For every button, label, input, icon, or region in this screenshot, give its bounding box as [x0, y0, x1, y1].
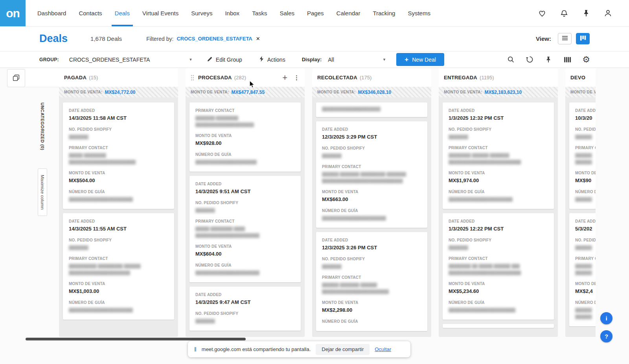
filtered-by-label: Filtered by: [146, 36, 173, 42]
nav-item-virtual-events[interactable]: Virtual Events [136, 0, 185, 26]
card-field: NO. PEDIDO SHOPIFY██████ [575, 127, 596, 140]
heart-icon[interactable] [537, 9, 546, 18]
column-header[interactable]: PROCESADA(282)+⋮ [186, 68, 305, 87]
field-label: PRIMARY CONTACT [69, 256, 168, 261]
new-deal-label: New Deal [412, 57, 436, 63]
search-icon[interactable] [506, 55, 515, 64]
columns-icon[interactable] [563, 55, 572, 64]
monto-label: MONTO DE VENTA: [317, 90, 355, 94]
screen-share-bar: ‖ meet.google.com está compartiendo tu p… [188, 341, 410, 357]
redacted-value: ████████ ██████ ███████ [449, 152, 548, 159]
redacted-value: █████████████████████ [195, 121, 295, 128]
column-count: (282) [234, 75, 246, 80]
field-value: MX$1,003.00 [69, 288, 168, 295]
card-field: NÚMERO DE GUÍA██████████████████████ [195, 152, 295, 165]
pin-icon[interactable] [544, 55, 553, 64]
deal-card[interactable]: DATE ADDED10/3/20NO. PEDIDO SHOPIFY█████… [569, 102, 596, 209]
field-label: NO. PEDIDO SHOPIFY [449, 127, 548, 132]
deal-card[interactable]: DATE ADDED1/3/2025 12:32 PM CSTNO. PEDID… [443, 102, 554, 209]
deal-card[interactable]: DATE ADDED14/3/2025 11:58 AM CSTNO. PEDI… [63, 102, 174, 209]
nav-item-tasks[interactable]: Tasks [246, 0, 273, 26]
column-total-row: MONTO DE VENTA:MX$24,772.00 [59, 87, 178, 97]
hide-share-bar-link[interactable]: Ocultar [375, 346, 391, 352]
uncategorized-label: UNCATEGORIZED (0) [40, 102, 45, 150]
redacted-value: ████████████████████████ [322, 288, 421, 295]
column-header[interactable]: RECOLECTADA(175) [312, 68, 431, 87]
redacted-value: ██████ [575, 269, 596, 276]
column-tools: +⋮ [282, 73, 300, 82]
pin-icon[interactable] [581, 9, 590, 18]
history-icon[interactable] [525, 55, 534, 64]
card-field: NÚMERO DE GUÍA███████████████████████ [449, 190, 548, 203]
deal-card[interactable]: DATE ADDED14/3/2025 11:55 AM CSTNO. PEDI… [63, 213, 174, 320]
column-list: PAGADA(15)MONTO DE VENTA:MX$24,772.00DAT… [59, 68, 596, 337]
field-value: MX$2,298.00 [322, 307, 421, 314]
maximize-column-button[interactable]: Maximize column [38, 168, 47, 216]
redacted-value: █████ ████████ ████ [195, 225, 295, 232]
field-value: MX$90 [575, 177, 596, 184]
monto-label: MONTO DE VENTA: [570, 90, 596, 94]
nav-item-inbox[interactable]: Inbox [219, 0, 246, 26]
field-label: PRIMARY CONTACT [449, 146, 548, 150]
deal-card[interactable]: DATE ADDED14/3/2025 9:47 AM CSTNO. PEDID… [189, 287, 301, 331]
deal-card[interactable]: DATE ADDED14/3/2025 9:51 AM CSTNO. PEDID… [189, 176, 301, 282]
redacted-value: ████████████████████████ [69, 159, 168, 165]
column-header[interactable]: PAGADA(15) [59, 68, 178, 87]
deal-count: 1,678 Deals [90, 35, 122, 42]
column-header[interactable]: ENTREGADA(1195) [439, 68, 558, 87]
nav-item-systems[interactable]: Systems [401, 0, 437, 26]
display-select[interactable]: All ▾ [328, 57, 385, 63]
deal-card[interactable] [443, 324, 554, 328]
filter-link[interactable]: CROCS_ORDENES_ESTAFETA [177, 36, 252, 42]
gear-icon[interactable]: ⚙ [582, 55, 590, 64]
deal-card[interactable]: █████████████████████ [316, 102, 427, 117]
column-title: RECOLECTADA [317, 75, 357, 80]
nav-item-contacts[interactable]: Contacts [72, 0, 108, 26]
new-deal-button[interactable]: + New Deal [396, 53, 444, 66]
horizontal-scrollbar[interactable] [26, 338, 246, 340]
nav-item-sales[interactable]: Sales [273, 0, 301, 26]
nav-item-calendar[interactable]: Calendar [330, 0, 367, 26]
stacked-cards-icon [12, 73, 20, 83]
field-label: PRIMARY CONTACT [322, 275, 421, 280]
view-list-button[interactable] [558, 33, 572, 44]
column-header[interactable]: DEVO [565, 68, 596, 87]
nav-item-dashboard[interactable]: Dashboard [31, 0, 72, 26]
column-stack-button[interactable] [7, 69, 25, 87]
field-label: PRIMARY CONTACT [195, 108, 295, 113]
drag-handle-icon[interactable] [191, 75, 194, 81]
deal-card[interactable]: DATE ADDED12/3/2025 3:29 PM CSTNO. PEDID… [316, 121, 427, 228]
nav-item-deals[interactable]: Deals [109, 0, 136, 26]
info-button[interactable]: i [600, 312, 612, 324]
field-label: NO. PEDIDO SHOPIFY [322, 146, 421, 150]
nav-item-pages[interactable]: Pages [301, 0, 330, 26]
field-label: DATE ADDED [575, 219, 596, 223]
deal-card[interactable]: DATE ADDED12/3/2025 3:26 PM CSTNO. PEDID… [316, 232, 427, 331]
column-title: PAGADA [64, 75, 86, 80]
nav-item-surveys[interactable]: Surveys [185, 0, 219, 26]
group-select[interactable]: CROCS_ORDENES_ESTAFETA ▾ [69, 57, 192, 63]
field-label: NÚMERO DE GUÍA [575, 300, 596, 305]
edit-group-button[interactable]: Edit Group [207, 56, 242, 63]
nav-item-tracking[interactable]: Tracking [366, 0, 401, 26]
deal-card[interactable]: DATE ADDED1/3/2025 12:22 PM CSTNO. PEDID… [443, 213, 554, 320]
deal-card[interactable]: DATE ADDED5/3/202NO. PEDIDO SHOPIFY█████… [569, 213, 596, 326]
actions-button[interactable]: Actions [259, 56, 285, 63]
display-label: Display: [302, 57, 322, 62]
kebab-menu-icon[interactable]: ⋮ [294, 74, 300, 81]
add-deal-icon[interactable]: + [282, 73, 287, 82]
column-count: (15) [89, 75, 98, 80]
card-field: █████████████████████ [322, 106, 421, 112]
view-kanban-button[interactable] [576, 33, 590, 44]
card-field: NO. PEDIDO SHOPIFY███████ [449, 238, 548, 251]
redacted-value: ██████ [575, 307, 596, 313]
bell-icon[interactable] [559, 9, 568, 18]
card-field: NÚMERO DE GUÍA███████████████████████ [195, 263, 295, 276]
redacted-value: ██████ [575, 263, 596, 269]
stop-sharing-button[interactable]: Dejar de compartir [316, 344, 370, 355]
filter-close-icon[interactable]: ✕ [256, 36, 260, 42]
account-icon[interactable] [603, 9, 612, 18]
deal-card[interactable]: PRIMARY CONTACT███████ █████████████████… [189, 102, 301, 172]
app-logo[interactable]: on [0, 0, 26, 26]
help-button[interactable]: ? [600, 330, 612, 342]
